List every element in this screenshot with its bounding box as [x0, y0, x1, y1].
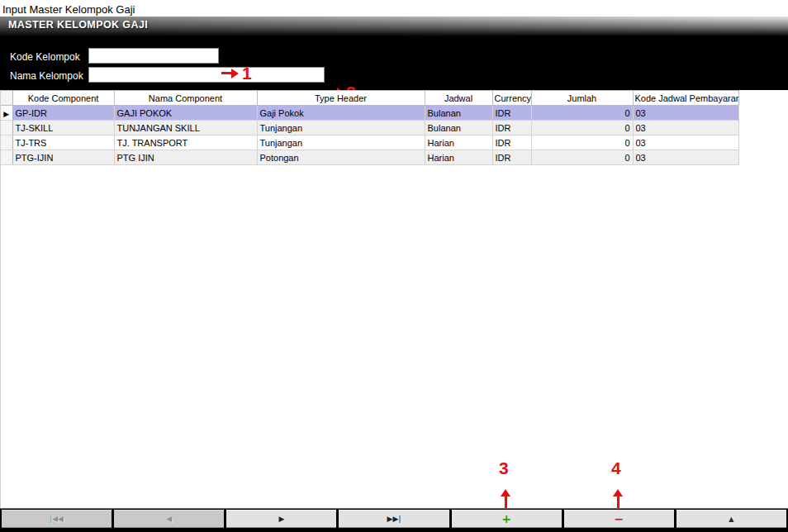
- cell-kode[interactable]: TJ-TRS: [12, 135, 114, 150]
- row-selector-cell[interactable]: [1, 150, 12, 165]
- annotation-arrow-3-icon: [500, 489, 511, 508]
- cell-type-header[interactable]: Tunjangan: [257, 121, 425, 135]
- cell-jumlah[interactable]: 0: [531, 150, 633, 165]
- cell-jadwal[interactable]: Harian: [425, 150, 492, 165]
- selector-column-header: [1, 91, 12, 106]
- last-record-button[interactable]: ▶▶|: [339, 510, 449, 528]
- col-header-nama-component[interactable]: Nama Component: [114, 91, 257, 106]
- col-header-jadwal[interactable]: Jadwal: [425, 91, 492, 106]
- cell-nama[interactable]: PTG IJIN: [114, 150, 257, 165]
- first-record-button[interactable]: |◀◀: [2, 510, 112, 528]
- nama-kelompok-input[interactable]: [88, 67, 325, 83]
- cell-currency[interactable]: IDR: [492, 106, 531, 121]
- row-selector-cell[interactable]: [1, 135, 12, 150]
- cell-currency[interactable]: IDR: [492, 150, 531, 165]
- col-header-type-header[interactable]: Type Header: [257, 91, 425, 106]
- annotation-number-3: 3: [499, 459, 509, 477]
- col-header-kode-jadwal-pembayaran[interactable]: Kode Jadwal Pembayaran: [633, 91, 738, 106]
- form-panel: MASTER KELOMPOK GAJI Kode Kelompok Nama …: [0, 17, 788, 90]
- minus-icon: −: [614, 512, 624, 525]
- grid-area: Kode Component Nama Component Type Heade…: [0, 90, 788, 509]
- cell-nama[interactable]: TUNJANGAN SKILL: [114, 121, 257, 135]
- col-header-jumlah[interactable]: Jumlah: [531, 91, 633, 106]
- cell-jumlah[interactable]: 0: [531, 106, 633, 121]
- cell-jadwal[interactable]: Bulanan: [425, 121, 492, 135]
- current-row-indicator-icon: ▶: [3, 110, 9, 118]
- cell-kode[interactable]: GP-IDR: [12, 106, 114, 121]
- cell-nama[interactable]: GAJI POKOK: [114, 106, 257, 121]
- next-record-icon: ▶: [278, 515, 284, 523]
- table-row[interactable]: TJ-SKILL TUNJANGAN SKILL Tunjangan Bulan…: [1, 121, 738, 135]
- app-window: Input Master Kelompok Gaji MASTER KELOMP…: [0, 0, 788, 532]
- nama-kelompok-label: Nama Kelompok: [10, 70, 83, 82]
- add-record-button[interactable]: +: [452, 510, 562, 528]
- grid-header-row: Kode Component Nama Component Type Heade…: [1, 91, 738, 106]
- cell-currency[interactable]: IDR: [492, 135, 531, 150]
- cell-kode-jadwal[interactable]: 03: [633, 106, 738, 121]
- table-row[interactable]: TJ-TRS TJ. TRANSPORT Tunjangan Harian ID…: [1, 135, 738, 150]
- table-row[interactable]: ▶ GP-IDR GAJI POKOK Gaji Pokok Bulanan I…: [1, 106, 738, 121]
- annotation-number-1: 1: [242, 64, 252, 82]
- cell-type-header[interactable]: Gaji Pokok: [257, 106, 425, 121]
- annotation-arrow-1-icon: [221, 68, 239, 78]
- cell-jadwal[interactable]: Harian: [425, 135, 492, 150]
- cell-kode-jadwal[interactable]: 03: [633, 121, 738, 135]
- cell-kode[interactable]: TJ-SKILL: [12, 121, 114, 135]
- previous-record-button[interactable]: ◀: [114, 510, 224, 528]
- panel-title: MASTER KELOMPOK GAJI: [8, 19, 148, 31]
- cell-type-header[interactable]: Potongan: [257, 150, 425, 165]
- first-record-icon: |◀◀: [50, 515, 64, 523]
- cell-kode-jadwal[interactable]: 03: [633, 150, 738, 165]
- previous-record-icon: ◀: [166, 515, 172, 523]
- kode-kelompok-input[interactable]: [88, 48, 219, 64]
- delete-record-button[interactable]: −: [564, 510, 674, 528]
- triangle-up-icon: ▲: [729, 515, 733, 523]
- next-record-button[interactable]: ▶: [226, 510, 336, 528]
- cell-type-header[interactable]: Tunjangan: [257, 135, 425, 150]
- annotation-arrow-4-icon: [612, 489, 624, 508]
- collapse-button[interactable]: ▲: [676, 510, 786, 528]
- record-navigator-toolbar: |◀◀ ◀ ▶ ▶▶| + − ▲: [0, 508, 788, 530]
- col-header-kode-component[interactable]: Kode Component: [12, 91, 114, 106]
- last-record-icon: ▶▶|: [387, 515, 401, 523]
- annotation-number-4: 4: [611, 459, 621, 477]
- row-selector-cell[interactable]: [1, 121, 12, 135]
- cell-jumlah[interactable]: 0: [531, 135, 633, 150]
- cell-kode[interactable]: PTG-IJIN: [12, 150, 114, 165]
- window-caption: Input Master Kelompok Gaji: [2, 3, 135, 16]
- cell-kode-jadwal[interactable]: 03: [633, 135, 738, 150]
- plus-icon: +: [501, 512, 511, 525]
- col-header-currency[interactable]: Currency: [492, 91, 531, 106]
- cell-currency[interactable]: IDR: [492, 121, 531, 135]
- components-grid: Kode Component Nama Component Type Heade…: [1, 90, 739, 165]
- cell-jadwal[interactable]: Bulanan: [425, 106, 492, 121]
- kode-kelompok-label: Kode Kelompok: [10, 51, 80, 63]
- row-selector-cell[interactable]: ▶: [1, 106, 12, 121]
- table-row[interactable]: PTG-IJIN PTG IJIN Potongan Harian IDR 0 …: [1, 150, 738, 165]
- cell-jumlah[interactable]: 0: [531, 121, 633, 135]
- cell-nama[interactable]: TJ. TRANSPORT: [114, 135, 257, 150]
